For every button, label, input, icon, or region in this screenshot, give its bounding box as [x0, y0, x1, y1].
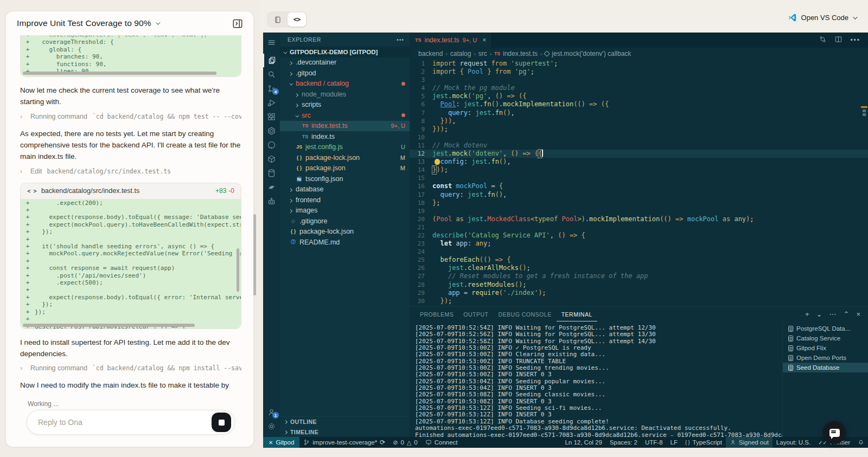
breadcrumb-item[interactable]: src [478, 50, 487, 57]
explorer-more-icon[interactable]: ••• [397, 36, 404, 43]
tool-call-row[interactable]: ›Running command `cd backend/catalog && … [20, 364, 241, 372]
tool-call-row[interactable]: ›Edit backend/catalog/src/index.test.ts [20, 168, 241, 175]
panel-tab-problems[interactable]: PROBLEMS [415, 307, 458, 321]
terminal-dropdown-icon[interactable]: ⌄ [816, 310, 822, 318]
code-line-14[interactable]: 14})); [410, 166, 868, 174]
tree-item-node-modules[interactable]: node_modules [280, 89, 410, 100]
remote-cube-icon[interactable] [263, 152, 280, 166]
code-line-3[interactable]: 3 [410, 76, 868, 84]
tree-item-tsconfig-json[interactable]: tstsconfig.json [280, 173, 410, 184]
new-terminal-icon[interactable]: + [805, 310, 809, 318]
breadcrumb-item[interactable]: jest.mock('dotenv') callback [552, 50, 631, 57]
tree-item--gitignore[interactable]: ◇.gitignore [280, 216, 410, 227]
breadcrumb-item[interactable]: catalog [450, 50, 471, 57]
explorer-icon[interactable] [263, 54, 280, 67]
close-panel-icon[interactable]: × [856, 310, 860, 318]
git-branch-item[interactable]: improve-test-coverage* ⟳ [299, 437, 389, 448]
remote-indicator[interactable]: ✕Gitpod [263, 437, 299, 448]
panel-tab-debug-console[interactable]: DEBUG CONSOLE [494, 307, 557, 321]
settings-gear-icon[interactable] [263, 420, 280, 433]
ona-icon[interactable] [263, 181, 280, 194]
connect-item[interactable]: Connect [422, 437, 462, 448]
status-eol[interactable]: LF [667, 437, 681, 448]
collapse-panel-icon[interactable] [232, 17, 244, 29]
stop-button[interactable] [212, 413, 231, 432]
code-line-22[interactable]: 22describe('Catalog Service API', () => … [410, 231, 868, 240]
maximize-panel-icon[interactable]: ⌃ [844, 310, 850, 318]
code-line-30[interactable]: 30 }); [410, 297, 868, 305]
code-line-2[interactable]: 2import { Pool } from 'pg'; [410, 68, 868, 76]
search-icon[interactable] [263, 68, 280, 81]
tree-item-images[interactable]: images [280, 205, 410, 216]
tree-item-jest-config-js[interactable]: JSjest.config.jsU [280, 142, 410, 153]
breadcrumb[interactable]: backend›catalog›src›TSindex.test.ts›jest… [410, 48, 868, 60]
reply-input[interactable] [38, 418, 212, 427]
terminal-session-open-demo-ports[interactable]: Open Demo Ports [783, 353, 868, 363]
terminal-output[interactable]: [2025-07-09T10:52:54Z] INFO Waiting for … [410, 321, 782, 437]
menu-icon[interactable] [263, 36, 280, 49]
accounts-icon[interactable]: 1 [263, 405, 280, 419]
open-changes-icon[interactable] [819, 35, 827, 46]
source-control-icon[interactable]: 4 [263, 82, 280, 95]
section-outline[interactable]: OUTLINE [280, 416, 410, 427]
panel-tab-output[interactable]: OUTPUT [458, 307, 493, 321]
code-line-16[interactable]: 16const mockPool = { [410, 182, 868, 190]
code-line-23[interactable]: 23 let app: any; [410, 240, 868, 248]
code-line-6[interactable]: 6 Pool: jest.fn().mockImplementation(() … [410, 100, 868, 108]
status-cursor-position[interactable]: Ln 12, Col 29 [561, 437, 605, 448]
diff-hscrollbar[interactable] [23, 72, 216, 75]
code-line-13[interactable]: 13 config: jest.fn(), [410, 158, 868, 166]
problems-item[interactable]: ⊘0 △0 [389, 437, 422, 448]
extensions-icon[interactable] [263, 110, 280, 124]
tree-item-package-lock-json[interactable]: { }package-lock.json [280, 227, 410, 237]
status-signed-out[interactable]: Signed out [726, 437, 773, 448]
code-editor[interactable]: 1import request from 'supertest';2import… [410, 60, 868, 306]
code-line-27[interactable]: 27 // Reset modules to get a fresh insta… [410, 272, 868, 280]
tree-item-index-ts[interactable]: TSindex.ts [280, 131, 410, 142]
code-line-9[interactable]: 9})); [410, 125, 868, 133]
gitpod-icon[interactable] [263, 124, 280, 138]
code-line-24[interactable]: 24 [410, 248, 868, 256]
open-vscode-button[interactable]: Open VS Code [788, 13, 856, 22]
chat-scrollbar[interactable] [253, 214, 256, 295]
tree-item-database[interactable]: database [280, 184, 410, 195]
code-line-28[interactable]: 28 jest.resetModules(); [410, 281, 868, 289]
status-encoding[interactable]: UTF-8 [641, 437, 667, 448]
chat-message-list[interactable]: + coverageReporters: ['text', 'lcov', 'h… [6, 35, 253, 392]
tree-item-index-test-ts[interactable]: TSindex.test.ts9+, U [280, 121, 410, 132]
code-line-12[interactable]: 12jest.mock('dotenv', () => ({ [410, 150, 868, 158]
split-editor-icon[interactable] [834, 35, 843, 46]
conversation-title-dropdown[interactable]: Improve Unit Test Coverage to 90% [17, 18, 159, 28]
terminal-session-catalog-service[interactable]: Catalog Service [783, 333, 868, 343]
tree-item-src[interactable]: src [280, 110, 410, 121]
panel-more-icon[interactable]: ⋯ [829, 310, 837, 318]
diff-card-header[interactable]: < >backend/catalog/src/index.test.ts+83-… [21, 183, 241, 199]
section-timeline[interactable]: TIMELINE [280, 427, 410, 437]
panel-tab-terminal[interactable]: TERMINAL [557, 307, 597, 321]
terminal-session-seed-database[interactable]: Seed Database [783, 363, 868, 372]
code-line-10[interactable]: 10 [410, 133, 868, 141]
tree-item--devcontainer[interactable]: .devcontainer [280, 57, 410, 68]
notifications-bell-icon[interactable] [854, 437, 868, 448]
terminal-session-gitpod-flix[interactable]: Gitpod Flix [783, 343, 868, 353]
tree-item-readme-md[interactable]: ⓘREADME.md [280, 237, 410, 248]
code-line-11[interactable]: 11// Mock dotenv [410, 141, 868, 150]
code-line-29[interactable]: 29 app = require('./index'); [410, 289, 868, 297]
code-line-15[interactable]: 15 [410, 174, 868, 182]
status-language-mode[interactable]: { }TypeScript [681, 437, 726, 448]
code-line-8[interactable]: 8 })), [410, 117, 868, 125]
code-line-7[interactable]: 7 query: jest.fn(), [410, 109, 868, 117]
diff-hscrollbar[interactable] [23, 324, 195, 327]
tab-index-test-ts[interactable]: TS index.test.ts 9+, U × [410, 33, 492, 48]
terminal-session-postgresql-data-[interactable]: PostgreSQL Data... [783, 324, 868, 333]
lightbulb-icon[interactable] [435, 159, 440, 164]
breadcrumb-item[interactable]: backend [418, 50, 443, 57]
code-line-25[interactable]: 25 beforeEach(() => { [410, 256, 868, 264]
code-line-20[interactable]: 20(Pool as jest.MockedClass<typeof Pool>… [410, 215, 868, 223]
code-view-toggle[interactable]: <> [288, 12, 306, 27]
code-line-19[interactable]: 19 [410, 207, 868, 215]
code-line-21[interactable]: 21 [410, 223, 868, 231]
tree-item-package-lock-json[interactable]: { }package-lock.jsonM [280, 152, 410, 163]
code-line-26[interactable]: 26 jest.clearAllMocks(); [410, 264, 868, 272]
code-line-5[interactable]: 5jest.mock('pg', () => ({ [410, 92, 868, 100]
